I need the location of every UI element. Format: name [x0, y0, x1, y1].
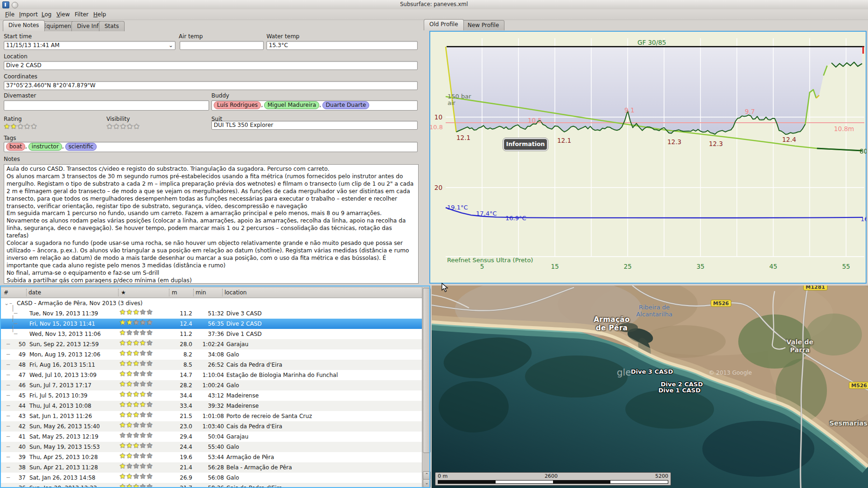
col-depth[interactable]: m — [172, 289, 177, 296]
table-row[interactable]: ─39Thu, Apr 25, 2013 10:28★★★★★19.653:44… — [1, 452, 422, 462]
svg-text:45: 45 — [769, 263, 777, 270]
dive-number: 50 — [1, 339, 26, 349]
rating-label: Rating — [4, 116, 22, 122]
table-row[interactable]: ─48Fri, Aug 16, 2013 15:11★★★★★8.526:52C… — [1, 360, 422, 370]
table-row[interactable]: ─45Fri, Jul 5, 2013 10:39★★★★★34.443:12M… — [1, 390, 422, 401]
dive-site-label[interactable]: Dive 3 CASD — [631, 368, 673, 375]
svg-text:55: 55 — [842, 263, 850, 270]
coordinates-field[interactable]: 37°05'23.460"N 8°20'47.879"W — [4, 81, 418, 90]
svg-text:12.1: 12.1 — [557, 137, 571, 144]
dive-rating-stars: ★★★★★ — [119, 370, 153, 380]
buddy-field[interactable]: Luís Rodrigues,Miguel Madureira,Duarte D… — [211, 100, 418, 111]
buddy-label: Buddy — [211, 92, 229, 99]
window-menu-icon[interactable] — [12, 2, 18, 8]
dive-trip-group-row[interactable]: ⌄–CASD - Armação de Pêra, Nov 2013 (3 di… — [1, 298, 422, 308]
tags-label: Tags — [4, 135, 16, 141]
collapse-icon[interactable]: ⌄ — [4, 298, 9, 308]
table-row[interactable]: │─Fri, Nov 15, 2013 11:41★★★★★12.456:35D… — [1, 319, 422, 329]
col-rating[interactable]: ★ — [121, 289, 126, 296]
tag-pill[interactable]: scientific — [65, 143, 97, 151]
dive-depth: 24.4 — [164, 442, 192, 452]
table-row[interactable]: ─47Wed, Jul 10, 2013 13:09★★★★★14.71:10:… — [1, 370, 422, 380]
menu-view[interactable]: View — [55, 10, 71, 19]
tab-dive-notes[interactable]: Dive Notes — [3, 20, 45, 31]
buddy-pill[interactable]: Miguel Madureira — [264, 101, 319, 109]
coordinates-label: Coordinates — [4, 73, 37, 80]
dive-site-label[interactable]: Dive 1 CASD — [658, 387, 700, 394]
scroll-up-button[interactable]: ⌃ — [423, 471, 431, 480]
dive-rating-stars: ★★★★★ — [119, 473, 153, 483]
title-bar[interactable]: Subsurface: paneves.xml — [0, 0, 868, 9]
dive-duration: 56:28 — [189, 462, 224, 473]
suit-field[interactable]: DUI TLS 350 Explorer — [211, 121, 418, 130]
divemaster-field[interactable] — [4, 100, 209, 111]
col-date[interactable]: date — [28, 289, 41, 296]
start-time-combobox[interactable]: 11/15/13 11:41 AM ⌄ — [4, 41, 175, 50]
menu-file[interactable]: File — [4, 10, 16, 19]
visibility-stars[interactable]: ★★★★★ — [106, 122, 140, 131]
tag-pill[interactable]: boat — [6, 143, 25, 151]
air-temp-field[interactable] — [180, 41, 264, 50]
table-row[interactable]: ─50Sun, Sep 22, 2013 12:59★★★★★28.01:02:… — [1, 339, 422, 349]
dive-depth: 34.4 — [164, 390, 192, 401]
dive-list-header[interactable]: # date ★ m min location — [1, 287, 422, 298]
table-row[interactable]: ─44Thu, Jul 4, 2013 10:08★★★★★33.439:32M… — [1, 401, 422, 411]
col-location[interactable]: location — [224, 289, 247, 296]
dive-depth: 21.4 — [164, 462, 192, 473]
table-row[interactable]: ─46Sun, Jul 7, 2013 17:17★★★★★28.21:00:2… — [1, 380, 422, 390]
dive-number: 41 — [1, 432, 26, 442]
table-row[interactable]: ─36Sun, Jan 20, 2013 12:33★★★★★21.758:36… — [1, 483, 422, 488]
tags-field[interactable]: boat,instructor,scientific — [4, 142, 418, 152]
scrollbar-thumb[interactable] — [423, 288, 431, 453]
col-duration[interactable]: min — [196, 289, 206, 296]
dive-location: Galo — [226, 473, 239, 483]
table-row[interactable]: ─41Sat, May 25, 2013 12:19★★★★★29.450:04… — [1, 432, 422, 442]
dive-number — [1, 329, 26, 339]
svg-text:20: 20 — [434, 184, 442, 191]
dive-rating-stars: ★★★★★ — [119, 329, 153, 339]
table-row[interactable]: ─42Sun, May 26, 2013 15:40★★★★★23.01:03:… — [1, 421, 422, 432]
menu-log[interactable]: Log — [40, 10, 53, 19]
dive-location: Galo — [226, 349, 239, 360]
dive-site-map[interactable]: 0 m 2600 5200 Armação de PêraRibeira de … — [432, 286, 868, 488]
menu-import[interactable]: Import — [18, 10, 39, 19]
dive-location: Madeirense — [226, 401, 259, 411]
menu-filter[interactable]: Filter — [73, 10, 90, 19]
dive-location: Porto de recreio de Santa Cruz — [226, 411, 312, 421]
col-number[interactable]: # — [4, 289, 8, 296]
start-time-label: Start time — [4, 33, 32, 40]
tab-stats[interactable]: Stats — [99, 21, 125, 31]
subsurface-window: Subsurface: paneves.xml FileImportLogVie… — [0, 0, 868, 488]
scroll-down-button[interactable]: ⌄ — [423, 479, 431, 488]
table-row[interactable]: │─Tue, Nov 19, 2013 11:39★★★★★11.251:32D… — [1, 308, 422, 319]
dive-rating-stars: ★★★★★ — [119, 339, 153, 349]
dive-list-scrollbar[interactable]: ⌃ ⌄ — [422, 287, 431, 488]
dive-number: 44 — [1, 401, 26, 411]
dive-location: Dive 2 CASD — [226, 319, 262, 329]
buddy-pill[interactable]: Duarte Duarte — [322, 101, 369, 109]
dive-number: 48 — [1, 360, 26, 370]
tab-old-profile[interactable]: Old Profile — [424, 19, 464, 30]
svg-text:10.8: 10.8 — [429, 124, 443, 131]
location-field[interactable]: Dive 2 CASD — [4, 61, 418, 70]
table-row[interactable]: ─43Sat, Jun 1, 2013 11:26★★★★★21.51:01:0… — [1, 411, 422, 421]
svg-text:12.1: 12.1 — [456, 134, 470, 141]
rating-stars[interactable]: ★★★★★ — [4, 122, 37, 131]
table-row[interactable]: ─49Mon, Aug 19, 2013 12:06★★★★★8.234:08G… — [1, 349, 422, 360]
table-row[interactable]: │─Wed, Nov 13, 2013 11:06★★★★★11.237:36D… — [1, 329, 422, 339]
buddy-pill[interactable]: Luís Rodrigues — [214, 101, 261, 109]
information-tooltip[interactable]: Information — [503, 138, 548, 151]
table-row[interactable]: ─40Sun, May 19, 2013 15:53★★★★★24.455:40… — [1, 442, 422, 452]
dive-rating-stars: ★★★★★ — [119, 452, 153, 462]
tab-new-profile[interactable]: New Profile — [462, 20, 504, 30]
notes-textarea[interactable]: Aula do curso CASD. Transectos c/video e… — [4, 164, 419, 284]
dive-rating-stars: ★★★★★ — [119, 390, 153, 401]
menu-help[interactable]: Help — [92, 10, 107, 19]
dive-date: Wed, Nov 13, 2013 11:06 — [29, 329, 101, 339]
dive-duration: 1:03:40 — [189, 421, 224, 432]
water-temp-field[interactable]: 15.3°C — [266, 41, 418, 50]
table-row[interactable]: ─37Sat, Jan 26, 2013 14:58★★★★★26.956:08… — [1, 473, 422, 483]
chevron-down-icon[interactable]: ⌄ — [168, 42, 173, 49]
table-row[interactable]: ─38Sun, Apr 21, 2013 11:28★★★★★21.456:28… — [1, 462, 422, 473]
tag-pill[interactable]: instructor — [28, 143, 62, 151]
